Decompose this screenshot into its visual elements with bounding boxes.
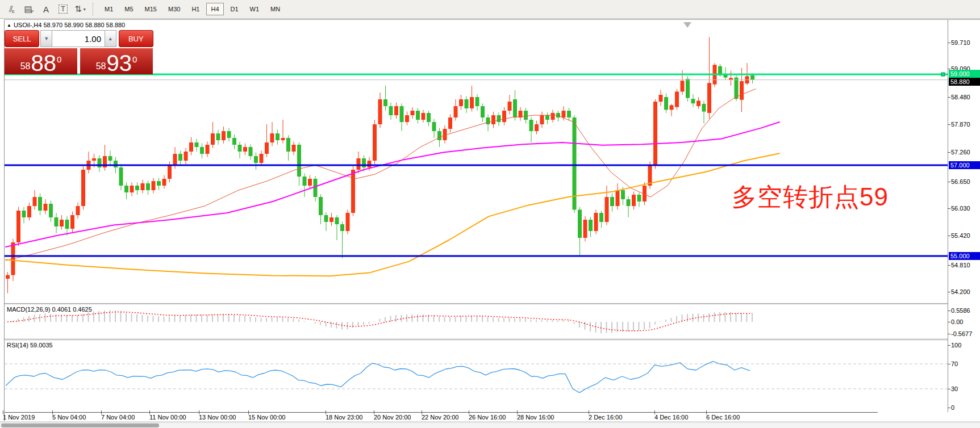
text-icon[interactable]: A xyxy=(39,2,53,16)
volume-decrease-button[interactable]: ▼ xyxy=(40,30,52,47)
bid-big-digits: 88 xyxy=(31,53,56,73)
buy-button[interactable]: BUY xyxy=(119,30,153,47)
rsi-label: RSI(14) 59.0035 xyxy=(7,342,53,349)
macd-label: MACD(12,26,9) 0.4061 0.4625 xyxy=(7,306,92,313)
price-badge-55.000: 55.000 xyxy=(949,252,980,260)
rsi-scale-tick: 70 xyxy=(951,360,958,367)
price-axis-tick: 55.420 xyxy=(951,232,970,239)
drawing-tools-group: ⫽E▤FAT⇅▾ xyxy=(3,2,89,16)
sell-button[interactable]: SELL xyxy=(5,30,39,47)
timeframe-m15-button[interactable]: M15 xyxy=(140,3,161,15)
timeframe-m30-button[interactable]: M30 xyxy=(164,3,185,15)
time-axis-label: 11 Nov 00:00 xyxy=(149,414,186,421)
scrollbar-thumb[interactable] xyxy=(1,423,159,427)
symbol-ohlc-line: ▲USOil-,H4 58.970 58.990 58.880 58.880 xyxy=(7,22,125,28)
time-axis-label: 28 Nov 16:00 xyxy=(517,414,554,421)
price-axis-tick: 56.030 xyxy=(951,205,970,212)
time-axis-label: 4 Dec 16:00 xyxy=(654,414,688,421)
timeframe-m1-button[interactable]: M1 xyxy=(100,3,118,15)
rsi-scale-tick: 100 xyxy=(951,342,961,349)
macd-scale-tick: 0.5586 xyxy=(951,307,970,314)
time-axis-label: 26 Nov 16:00 xyxy=(469,414,506,421)
collapse-panel-icon[interactable]: ▲ xyxy=(7,23,11,28)
symbol-ohlc-text: USOil-,H4 58.970 58.990 58.880 58.880 xyxy=(14,22,125,28)
price-axis-tick: 54.810 xyxy=(951,262,970,268)
timeframe-h1-button[interactable]: H1 xyxy=(187,3,204,15)
price-badge-59.000: 59.000 xyxy=(949,70,980,78)
rsi-scale-tick: 0 xyxy=(951,404,954,411)
price-axis-tick: 56.650 xyxy=(951,178,970,185)
price-badge-57.000: 57.000 xyxy=(949,161,980,169)
price-axis-tick: 59.710 xyxy=(951,39,970,46)
time-axis-label: 22 Nov 20:00 xyxy=(422,414,458,421)
time-axis-label: 18 Nov 23:00 xyxy=(326,414,362,421)
macd-scale-tick: -0.5677 xyxy=(951,330,972,337)
fibonacci-icon[interactable]: ▤F xyxy=(22,2,36,16)
rsi-scale-tick: 30 xyxy=(951,385,958,392)
objects-list-icon[interactable]: ⇅▾ xyxy=(73,2,87,16)
top-toolbar: ⫽E▤FAT⇅▾ M1M5M15M30H1H4D1W1MN xyxy=(0,0,980,19)
ask-prefix: 58 xyxy=(96,61,106,72)
price-axis-tick: 54.200 xyxy=(951,288,970,295)
bid-prefix: 58 xyxy=(20,61,31,72)
ask-big-digits: 93 xyxy=(106,53,132,73)
volume-input[interactable] xyxy=(52,30,105,47)
text-label-icon[interactable]: T xyxy=(56,2,70,16)
time-axis-label: 5 Nov 04:00 xyxy=(52,414,86,421)
volume-increase-button[interactable]: ▲ xyxy=(105,30,116,47)
ask-price-box[interactable]: 58 93 0 xyxy=(80,48,153,74)
bid-sup-digit: 0 xyxy=(57,54,61,64)
price-axis-tick: 57.260 xyxy=(951,149,970,156)
chevron-down-icon[interactable]: ▾ xyxy=(84,7,86,12)
ask-sup-digit: 0 xyxy=(132,54,137,64)
time-axis-label: 2 Dec 16:00 xyxy=(589,414,622,421)
price-axis-tick: 57.870 xyxy=(951,121,970,128)
time-axis-label: 15 Nov 00:00 xyxy=(248,414,285,421)
timeframe-w1-button[interactable]: W1 xyxy=(245,3,264,15)
chart-annotation-text[interactable]: 多空转折点59 xyxy=(732,181,889,214)
time-axis-label: 7 Nov 04:00 xyxy=(101,414,135,421)
timeframe-m5-button[interactable]: M5 xyxy=(120,3,137,15)
toolbar-separator xyxy=(93,3,94,15)
price-badge-58.880: 58.880 xyxy=(949,78,980,86)
horizontal-scrollbar[interactable] xyxy=(0,422,980,428)
time-axis-label: 20 Nov 20:00 xyxy=(374,414,411,421)
time-axis-label: 13 Nov 00:00 xyxy=(199,414,236,421)
bid-price-box[interactable]: 58 88 0 xyxy=(5,48,77,74)
time-axis-label: 1 Nov 2019 xyxy=(3,414,35,421)
timeframe-mn-button[interactable]: MN xyxy=(266,3,285,15)
time-axis-label: 6 Dec 16:00 xyxy=(706,414,740,421)
timeframe-d1-button[interactable]: D1 xyxy=(226,3,243,15)
timeframe-group: M1M5M15M30H1H4D1W1MN xyxy=(99,3,286,15)
timeframe-h4-button[interactable]: H4 xyxy=(206,3,223,15)
price-axis-tick: 58.480 xyxy=(951,94,970,100)
one-click-trade-panel: SELL ▼ ▲ BUY 58 88 0 58 93 0 xyxy=(5,30,153,74)
equidistant-channel-icon[interactable]: ⫽E xyxy=(5,2,19,16)
macd-scale-tick: 0.00 xyxy=(951,318,963,325)
